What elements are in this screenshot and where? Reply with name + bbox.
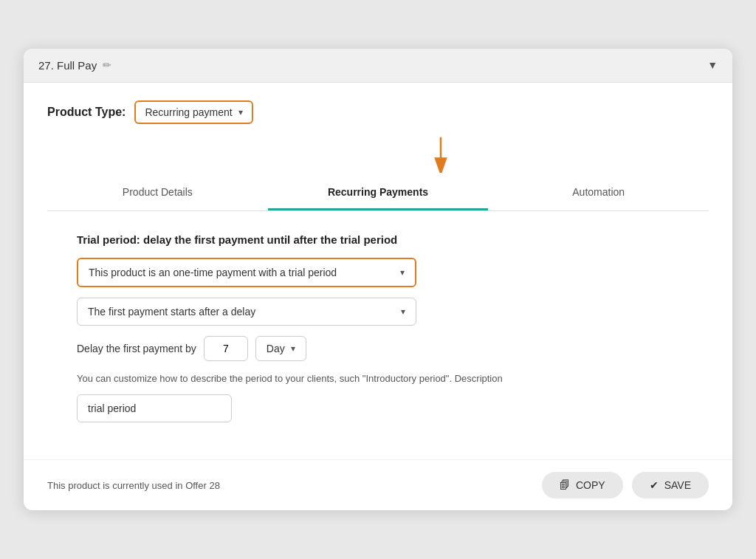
edit-icon[interactable]: ✏ bbox=[103, 59, 111, 71]
copy-button[interactable]: 🗐 COPY bbox=[542, 472, 623, 498]
save-button[interactable]: ✔ SAVE bbox=[632, 472, 709, 498]
save-label: SAVE bbox=[664, 479, 691, 491]
main-card: 27. Full Pay ✏ ▼ Product Type: Recurring… bbox=[24, 49, 732, 511]
delay-row: Delay the first payment by Day ▾ bbox=[77, 336, 679, 361]
footer-info: This product is currently used in Offer … bbox=[47, 480, 220, 491]
delay-label: Delay the first payment by bbox=[77, 343, 196, 354]
product-type-row: Product Type: Recurring payment ▾ bbox=[47, 100, 709, 124]
card-footer: This product is currently used in Offer … bbox=[24, 459, 732, 510]
product-type-value: Recurring payment bbox=[145, 106, 232, 118]
day-unit-select[interactable]: Day ▾ bbox=[255, 336, 306, 361]
card-title-row: 27. Full Pay ✏ bbox=[38, 59, 111, 72]
card-title: 27. Full Pay bbox=[38, 59, 97, 72]
copy-label: COPY bbox=[576, 479, 605, 491]
tabs-container: Product Details Recurring Payments Autom… bbox=[47, 176, 709, 211]
footer-buttons: 🗐 COPY ✔ SAVE bbox=[542, 472, 709, 498]
copy-icon: 🗐 bbox=[560, 479, 570, 491]
section-title: Trial period: delay the first payment un… bbox=[77, 233, 679, 246]
first-payment-value: The first payment starts after a delay bbox=[88, 306, 255, 318]
header-dropdown-arrow[interactable]: ▼ bbox=[707, 59, 718, 71]
save-icon: ✔ bbox=[650, 479, 659, 491]
first-payment-chevron: ▾ bbox=[401, 306, 405, 317]
trial-period-select[interactable]: This product is an one-time payment with… bbox=[77, 258, 416, 287]
product-type-select[interactable]: Recurring payment ▾ bbox=[134, 100, 252, 124]
day-unit-chevron: ▾ bbox=[291, 343, 295, 354]
down-arrow-icon bbox=[426, 136, 456, 173]
day-unit-value: Day bbox=[267, 343, 285, 354]
tab-content: Trial period: delay the first payment un… bbox=[47, 211, 709, 445]
tab-automation[interactable]: Automation bbox=[488, 176, 709, 210]
trial-period-value: This product is an one-time payment with… bbox=[89, 267, 337, 278]
arrow-container bbox=[173, 136, 709, 173]
card-body: Product Type: Recurring payment ▾ Produc… bbox=[24, 83, 732, 460]
customize-text: You can customize how to describe the pe… bbox=[77, 371, 679, 386]
tab-product-details[interactable]: Product Details bbox=[47, 176, 268, 210]
product-type-chevron: ▾ bbox=[238, 107, 243, 117]
tab-recurring-payments[interactable]: Recurring Payments bbox=[268, 176, 489, 210]
trial-period-chevron: ▾ bbox=[400, 267, 405, 278]
delay-value-input[interactable] bbox=[204, 336, 248, 361]
card-header: 27. Full Pay ✏ ▼ bbox=[24, 49, 732, 83]
first-payment-select[interactable]: The first payment starts after a delay ▾ bbox=[77, 298, 416, 326]
description-input[interactable] bbox=[77, 394, 232, 422]
product-type-label: Product Type: bbox=[47, 106, 126, 119]
